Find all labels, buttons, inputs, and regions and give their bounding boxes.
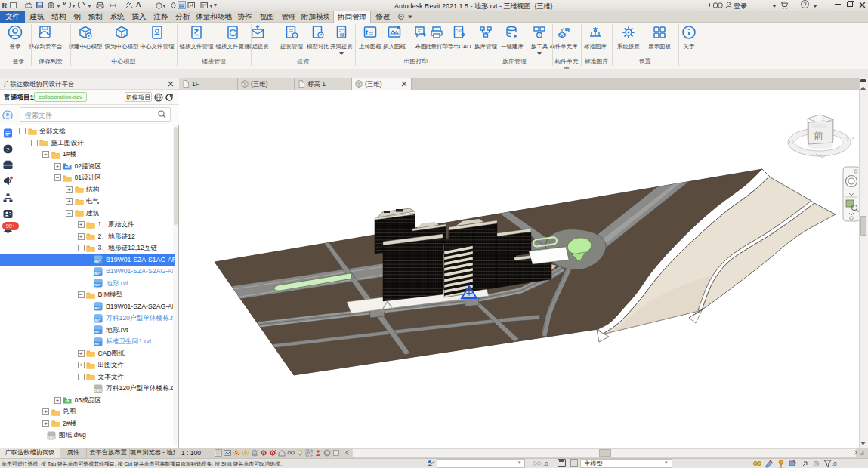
svg-text:前: 前 [814, 131, 823, 141]
svg-text:RVT: RVT [94, 260, 101, 263]
svg-text:RVT: RVT [94, 271, 101, 275]
svg-text:RVT: RVT [94, 341, 101, 345]
svg-text:?: ? [6, 146, 10, 153]
svg-text:CAD: CAD [456, 29, 463, 33]
svg-text:RVT: RVT [94, 283, 101, 287]
svg-text:上: 上 [821, 116, 825, 121]
svg-text:RVT: RVT [94, 306, 101, 310]
svg-text:DWG: DWG [94, 388, 102, 392]
svg-text:RVT: RVT [94, 318, 101, 322]
svg-text:RVT: RVT [94, 330, 101, 334]
svg-text:DWG: DWG [48, 435, 55, 439]
